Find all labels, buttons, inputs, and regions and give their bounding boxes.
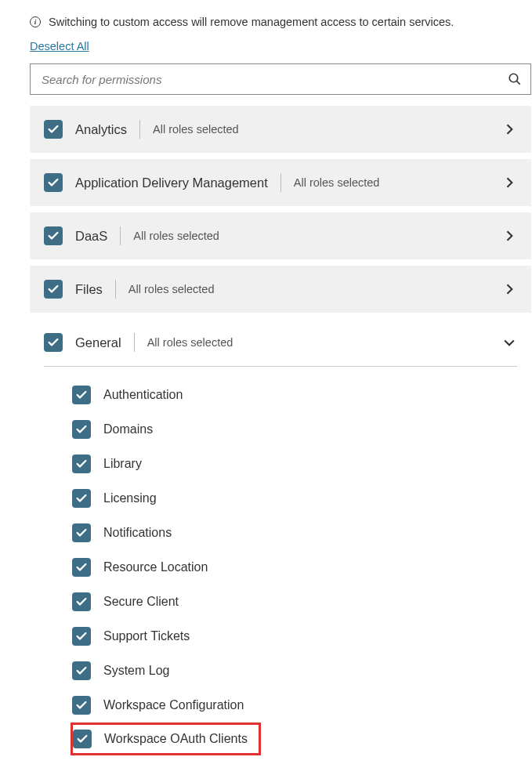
section-label: General	[75, 335, 121, 350]
checkbox-notifications[interactable]	[72, 523, 91, 542]
section-daas[interactable]: DaaS All roles selected	[30, 212, 531, 259]
section-label: DaaS	[75, 229, 107, 244]
checkbox-adm[interactable]	[44, 173, 63, 192]
sub-item-authentication[interactable]: Authentication	[72, 378, 517, 412]
divider	[139, 120, 140, 139]
search-wrapper	[30, 63, 531, 95]
divider	[134, 333, 135, 352]
section-status: All roles selected	[133, 230, 219, 242]
section-general: General All roles selected Authenticatio…	[30, 319, 531, 762]
chevron-right-icon	[501, 175, 517, 190]
section-label: Analytics	[75, 122, 127, 137]
section-status: All roles selected	[294, 176, 380, 189]
checkbox-domains[interactable]	[72, 420, 91, 439]
checkbox-support-tickets[interactable]	[72, 627, 91, 646]
sub-item-workspace-configuration[interactable]: Workspace Configuration	[72, 688, 517, 722]
sub-item-system-log[interactable]: System Log	[72, 654, 517, 688]
section-general-header[interactable]: General All roles selected	[44, 333, 517, 366]
checkbox-files[interactable]	[44, 280, 63, 299]
section-label: Files	[75, 282, 103, 297]
checkbox-resource-location[interactable]	[72, 558, 91, 577]
sub-label: Authentication	[103, 388, 183, 402]
sub-label: Notifications	[103, 526, 172, 540]
sub-item-secure-client[interactable]: Secure Client	[72, 585, 517, 619]
section-adm[interactable]: Application Delivery Management All role…	[30, 159, 531, 206]
sub-label: Support Tickets	[103, 629, 190, 643]
general-subitems: Authentication Domains Library Licensing	[44, 378, 517, 762]
sub-label: System Log	[103, 664, 169, 678]
highlight-box: Workspace OAuth Clients	[71, 722, 261, 755]
checkbox-licensing[interactable]	[72, 489, 91, 508]
sub-label: Secure Client	[103, 595, 179, 609]
sub-item-licensing[interactable]: Licensing	[72, 481, 517, 516]
sub-label: Resource Location	[103, 560, 208, 574]
sub-label: Library	[103, 457, 142, 471]
checkbox-system-log[interactable]	[72, 661, 91, 680]
info-banner: i Switching to custom access will remove…	[30, 16, 532, 28]
checkbox-workspace-configuration[interactable]	[72, 696, 91, 715]
search-icon	[508, 72, 522, 86]
sub-item-notifications[interactable]: Notifications	[72, 516, 517, 550]
checkbox-general[interactable]	[44, 333, 63, 352]
info-icon: i	[30, 16, 41, 27]
chevron-down-icon	[501, 335, 517, 350]
section-label: Application Delivery Management	[75, 176, 268, 190]
sub-item-support-tickets[interactable]: Support Tickets	[72, 619, 517, 654]
divider-line	[44, 366, 517, 367]
checkbox-workspace-oauth-clients[interactable]	[73, 730, 92, 748]
sub-label: Domains	[103, 422, 153, 436]
divider	[115, 280, 116, 299]
sub-item-workspace-oauth-clients[interactable]: Workspace OAuth Clients	[72, 722, 517, 755]
chevron-right-icon	[501, 121, 517, 137]
checkbox-secure-client[interactable]	[72, 592, 91, 611]
checkbox-analytics[interactable]	[44, 120, 63, 139]
chevron-right-icon	[501, 281, 517, 297]
sub-label: Licensing	[103, 491, 157, 505]
search-input[interactable]	[30, 63, 531, 95]
svg-line-1	[517, 81, 520, 85]
chevron-right-icon	[501, 228, 517, 244]
checkbox-library[interactable]	[72, 454, 91, 473]
svg-point-0	[509, 74, 518, 82]
sub-label: Workspace Configuration	[103, 698, 244, 712]
section-files[interactable]: Files All roles selected	[30, 266, 531, 313]
section-status: All roles selected	[147, 336, 233, 349]
checkbox-daas[interactable]	[44, 226, 63, 245]
sub-item-resource-location[interactable]: Resource Location	[72, 550, 517, 585]
sub-item-domains[interactable]: Domains	[72, 412, 517, 447]
section-status: All roles selected	[128, 283, 215, 295]
section-status: All roles selected	[153, 123, 239, 136]
sub-label: Workspace OAuth Clients	[104, 732, 248, 746]
info-text: Switching to custom access will remove m…	[49, 16, 454, 28]
checkbox-authentication[interactable]	[72, 386, 91, 404]
divider	[280, 173, 281, 192]
sub-item-library[interactable]: Library	[72, 447, 517, 481]
deselect-all-link[interactable]: Deselect All	[30, 40, 89, 53]
divider	[120, 226, 121, 245]
section-analytics[interactable]: Analytics All roles selected	[30, 106, 531, 153]
